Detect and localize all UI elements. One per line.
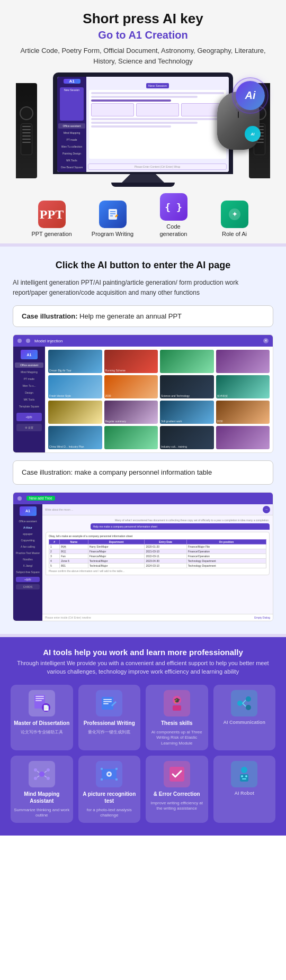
ppt-card-2[interactable]: Running Scheme (104, 350, 158, 373)
cell-1-3: Harry Sim/Major (88, 544, 145, 549)
ppt-header: Model injection ✕ (13, 335, 273, 347)
card-label-8: 技术科技 (217, 394, 228, 397)
sidebar-pt[interactable]: PT made (58, 137, 85, 142)
table-sb-practice[interactable]: Practice Test Master (14, 550, 41, 556)
cell-2-5: Finance/Operation (186, 549, 266, 553)
extra-svg (235, 765, 254, 784)
ppt-sb-template[interactable]: Template Square (15, 404, 43, 409)
th-date: Entry Date (145, 539, 186, 544)
icon-ai-role: ✦ Role of Ai (213, 201, 256, 238)
sidebar-painting[interactable]: Painting Design (58, 151, 85, 156)
cell-2-1: 2 (49, 549, 60, 553)
mindmap-icon (29, 761, 55, 787)
sidebar-mindmap[interactable]: Mind Mapping (58, 130, 85, 135)
svg-line-29 (37, 771, 39, 773)
ppt-create-btn[interactable]: +创作 (16, 413, 42, 421)
table-sb-copy[interactable]: Copywriting (14, 538, 41, 543)
section3-tools: AI tools help you work and learn more pr… (0, 637, 286, 836)
sidebar-mk[interactable]: MK Tools (58, 158, 85, 163)
svg-point-25 (34, 768, 37, 772)
ai-symbol-icon: ✦ (227, 207, 242, 222)
ppt-card-7[interactable]: Science and Technology (160, 375, 214, 398)
ppt-card-12[interactable]: 2030 (216, 401, 270, 424)
tool-thesis: 🎓 Thesis skills AI components up al Thre… (146, 685, 208, 750)
table-sb-afan[interactable]: A fan calling (14, 544, 41, 549)
svg-line-31 (44, 771, 47, 773)
monitor-base (111, 183, 175, 187)
ppt-card-5[interactable]: Fresh Vector Style (48, 375, 102, 398)
table-row: 5 B01 Technical/Major 2024-03-10 Technol… (49, 563, 266, 568)
table-sb-ahour[interactable]: A-Hour (14, 525, 41, 530)
ppt-card-6[interactable]: 2030 (104, 375, 158, 398)
svg-text:✦: ✦ (232, 211, 237, 218)
main-title: Short press AI key (16, 11, 270, 27)
ppt-card-9[interactable] (48, 401, 102, 424)
cell-4-1: 4 (49, 558, 60, 563)
new-session-btn[interactable]: New Session (60, 87, 84, 121)
close-icon[interactable]: ✕ (263, 338, 269, 343)
ppt-card-1[interactable]: Dream Big Air Tour (48, 350, 102, 373)
recognition-sub: for a photo-text analysis challenge (82, 807, 138, 819)
sidebar-wentu[interactable]: Wen Tu collection (58, 144, 85, 149)
ppt-sb-office[interactable]: Office assistant (15, 362, 43, 368)
section2-desc: AI intelligent generation PPT/AI paintin… (13, 278, 273, 298)
ppt-card-11[interactable]: Still gradient work (160, 401, 214, 424)
table-sb-eppaper[interactable]: eppaper (14, 531, 41, 537)
extra-icon (231, 761, 257, 787)
table-sb-office[interactable]: Office assistant (14, 519, 41, 524)
svg-rect-9 (35, 700, 42, 701)
section3-title: AI tools help you work and learn more pr… (11, 648, 275, 657)
cell-1-5: Finance/Major File (186, 544, 266, 549)
svg-point-35 (108, 773, 110, 775)
ppt-card-16[interactable] (216, 426, 270, 449)
icon-ppt: PPT PPT generation (31, 201, 73, 238)
ppt-card-8[interactable]: 技术科技 (216, 375, 270, 398)
svg-rect-45 (242, 778, 246, 779)
ppt-label: PPT generation (31, 230, 72, 238)
ppt-card-3[interactable] (160, 350, 214, 373)
svg-line-23 (243, 703, 246, 706)
ppt-sidebar: A1 Office assistant Mind Mapping PT made… (13, 347, 45, 452)
cell-3-2: Fan (60, 553, 88, 558)
ppt-screenshot: Model injection ✕ A1 Office assistant Mi… (13, 334, 273, 453)
ppt-card-4[interactable] (216, 350, 270, 373)
ppt-sb-pt[interactable]: PT made (15, 376, 43, 382)
table-cards-btn[interactable]: CARDS (16, 584, 40, 589)
ppt-card-15[interactable]: Industry cult... training (160, 426, 214, 449)
tool-professional: Professional Writing 量化写作一键生成到底 (78, 685, 141, 750)
svg-line-22 (243, 700, 246, 703)
empty-dialog-btn[interactable]: Empty Dialog (254, 616, 270, 619)
svg-rect-13 (103, 699, 112, 700)
screen-new-session[interactable]: New Session (146, 83, 169, 88)
communication-label: AI Communication (223, 720, 265, 726)
ppt-card-13[interactable]: China Wind D... Industry Plan (48, 426, 102, 449)
table-sb-logo: A1 (20, 506, 37, 516)
send-btn-top[interactable]: → (263, 506, 270, 513)
svg-text:🎓: 🎓 (174, 697, 181, 704)
table-sb-noodles[interactable]: Noodles (14, 557, 41, 562)
new-add-btn[interactable]: New add Tree (26, 496, 55, 501)
table-body: A1 Office assistant A-Hour eppaper Copyw… (13, 504, 273, 621)
header-dot-2 (26, 339, 30, 343)
table-input-placeholder[interactable]: Please enter inside (Ctrl Enter) newline (45, 616, 91, 619)
table-row: 1 阿杰 Harry Sim/Major 2020-01-20 Finance/… (49, 544, 266, 549)
ppt-sb-mindmap[interactable]: Mind Mapping (15, 369, 43, 375)
ppt-sb-wentu[interactable]: Wen Tu s... (15, 383, 43, 388)
ppt-grid: Dream Big Air Tour Running Scheme Fresh … (45, 347, 273, 452)
ppt-card-10[interactable]: Regular summary (104, 401, 158, 424)
tool-recognition: A picture recognition test for a photo-t… (78, 756, 141, 823)
svg-rect-15 (103, 703, 109, 704)
sidebar-board[interactable]: One Board Square (58, 165, 85, 170)
table-sb-subject[interactable]: Subject-free Square (14, 569, 41, 575)
ppt-card-14[interactable] (104, 426, 158, 449)
sidebar-office[interactable]: Office assistant (58, 123, 85, 129)
correction-label: & Error Correction (154, 791, 200, 797)
svg-rect-36 (101, 768, 103, 770)
table-create-btn[interactable]: +创作 (16, 577, 40, 582)
cell-3-5: Finance/Operation (186, 553, 266, 558)
table-sb-x[interactable]: X JiangI (14, 563, 41, 568)
ppt-sb-design[interactable]: Design (15, 390, 43, 395)
cell-5-2: B01 (60, 563, 88, 568)
ppt-sb-mk[interactable]: MK Tools (15, 397, 43, 402)
ppt-setting-btn[interactable]: ⚙ 设置 (16, 424, 42, 431)
